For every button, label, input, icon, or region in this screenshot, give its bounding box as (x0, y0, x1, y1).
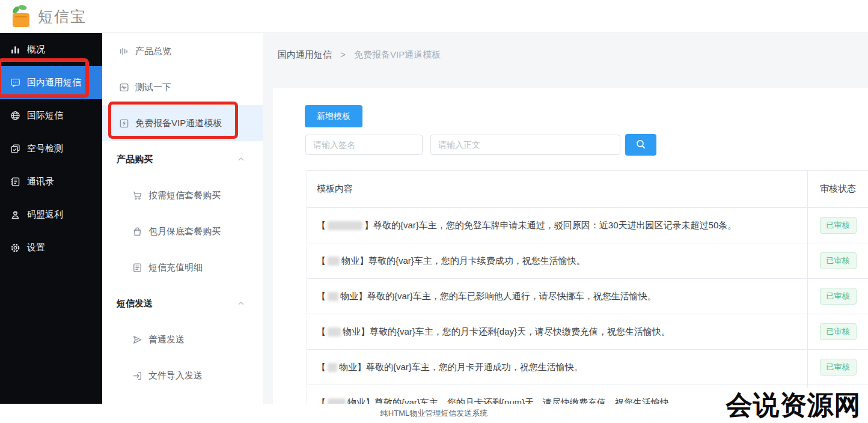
redacted-signature (328, 257, 340, 266)
sidebar-item-domestic-sms[interactable]: 国内通用短信 (0, 66, 102, 99)
status-cell: 已审核 (807, 279, 868, 314)
submenu-item-label: 免费报备VIP通道模板 (135, 118, 222, 129)
template-body-text: 尊敬的{var}车主，您的免登车牌申请未通过，驳回原因：近30天进出园区记录未超… (373, 220, 736, 231)
sidebar-item-label: 空号检测 (27, 143, 63, 154)
logo-basket-icon (11, 5, 32, 28)
vip-template-icon (119, 118, 129, 129)
column-header-audit-status: 审核状态 (807, 171, 868, 207)
secondary-sidebar: 产品总览测试一下免费报备VIP通道模板产品购买按需短信套餐购买包月保底套餐购买短… (102, 33, 263, 404)
recharge-list-icon (132, 263, 142, 273)
submenu-section-sms-send[interactable]: 短信发送 (102, 285, 263, 321)
template-body-text: 尊敬的{var}车主，您的月卡开通成功，祝您生活愉快。 (366, 362, 583, 373)
template-card: 新增模板 模板内容 审核状态 【】尊敬的{var}车主，您的免登车牌申请未通过，… (273, 88, 868, 404)
site-watermark: 会说资源网 (719, 388, 868, 423)
sidebar-item-overview[interactable]: 概况 (0, 33, 102, 66)
gear-icon (10, 243, 20, 253)
table-row: 【】尊敬的{var}车主，您的免登车牌申请未通过，驳回原因：近30天进出园区记录… (307, 208, 868, 243)
app-logo[interactable]: 短信宝 (11, 5, 87, 28)
sign-tail: 物业】 (341, 255, 368, 267)
monthly-package-icon (132, 227, 142, 237)
submenu-item-label: 产品总览 (135, 46, 171, 57)
status-badge: 已审核 (820, 217, 857, 234)
submenu-item-try-it[interactable]: 测试一下 (102, 69, 263, 105)
template-content-cell: 【物业】尊敬的{var}车主，您的车已影响他人通行，请尽快挪车，祝您生活愉快。 (307, 279, 807, 314)
submenu-item-label: 测试一下 (135, 82, 171, 93)
sidebar-item-empty-number[interactable]: 空号检测 (0, 132, 102, 165)
submenu-section-label: 短信发送 (117, 298, 153, 309)
column-header-template-content: 模板内容 (307, 171, 807, 207)
overview-bars-icon (119, 46, 129, 56)
submenu-item-label: 短信充值明细 (148, 262, 203, 273)
main-content: 国内通用短信 > 免费报备VIP通道模板 新增模板 模板内容 审核状态 【】尊敬… (263, 33, 868, 404)
template-body-text: 尊敬的{var}车主，您的月卡还剩{num}天，请尽快缴费充值，祝您生活愉快 (374, 397, 669, 404)
breadcrumb: 国内通用短信 > 免费报备VIP通道模板 (278, 49, 441, 61)
add-template-button[interactable]: 新增模板 (305, 105, 362, 127)
body-search-input[interactable] (430, 135, 620, 155)
breadcrumb-current-page: 免费报备VIP通道模板 (354, 49, 441, 59)
sign-bracket-open: 【 (317, 397, 326, 404)
sign-search-input[interactable] (305, 135, 423, 155)
sidebar-item-label: 码盟返利 (27, 209, 63, 221)
sidebar-item-label: 国际短信 (27, 110, 63, 121)
chevron-up-icon (237, 300, 245, 307)
app-title: 短信宝 (38, 7, 87, 26)
status-badge: 已审核 (820, 288, 857, 305)
sidebar-item-intl-sms[interactable]: 国际短信 (0, 99, 102, 132)
template-table: 模板内容 审核状态 【】尊敬的{var}车主，您的免登车牌申请未通过，驳回原因：… (307, 170, 868, 404)
magnifier-icon (635, 139, 646, 151)
rebate-icon (10, 210, 20, 220)
sign-bracket-open: 【 (317, 362, 326, 373)
redacted-signature (328, 398, 346, 404)
import-icon (132, 371, 142, 381)
template-content-cell: 【物业】尊敬的{var}车主，您的月卡开通成功，祝您生活愉快。 (307, 350, 807, 385)
sidebar-item-settings[interactable]: 设置 (0, 231, 102, 264)
globe-icon (10, 111, 20, 121)
template-body-text: 尊敬的{var}车主，您的月卡还剩{day}天，请尽快缴费充值，祝您生活愉快。 (370, 326, 670, 338)
sidebar-item-contacts[interactable]: 通讯录 (0, 165, 102, 198)
breadcrumb-domestic-sms[interactable]: 国内通用短信 (278, 49, 332, 59)
submenu-item-label: 按需短信套餐购买 (148, 190, 221, 201)
submenu-item-vip-template[interactable]: 免费报备VIP通道模板 (102, 105, 263, 141)
submenu-item-monthly-package[interactable]: 包月保底套餐购买 (102, 213, 263, 249)
submenu-item-recharge-detail[interactable]: 短信充值明细 (102, 249, 263, 285)
submenu-section-label: 产品购买 (117, 154, 153, 165)
submenu-item-file-import-send[interactable]: 文件导入发送 (102, 358, 263, 394)
sign-tail: 物业】 (343, 326, 370, 338)
send-icon (132, 335, 142, 345)
bar-chart-icon (10, 44, 20, 55)
status-cell: 已审核 (807, 350, 868, 385)
top-bar: 短信宝 (0, 0, 868, 33)
table-header-row: 模板内容 审核状态 (307, 171, 868, 208)
breadcrumb-separator: > (340, 49, 346, 59)
sign-tail: 物业】 (339, 362, 366, 373)
template-content-cell: 【物业】尊敬的{var}车主，您的月卡还剩{day}天，请尽快缴费充值，祝您生活… (307, 314, 807, 349)
template-content-cell: 【】尊敬的{var}车主，您的免登车牌申请未通过，驳回原因：近30天进出园区记录… (307, 208, 807, 243)
sidebar-item-label: 国内通用短信 (27, 77, 81, 88)
cart-icon (132, 190, 142, 201)
table-row: 【物业】尊敬的{var}车主，您的月卡开通成功，祝您生活愉快。已审核 (307, 350, 868, 385)
sign-bracket-open: 【 (317, 255, 326, 267)
template-content-cell: 【物业】尊敬的{var}车主，您的月卡续费成功，祝您生活愉快。 (307, 243, 807, 278)
sign-tail: 】 (364, 220, 373, 231)
sidebar-item-rebate[interactable]: 码盟返利 (0, 198, 102, 231)
redacted-signature (328, 221, 362, 230)
submenu-section-product-purchase[interactable]: 产品购买 (102, 141, 263, 177)
redacted-signature (328, 327, 341, 336)
submenu-item-product-overview[interactable]: 产品总览 (102, 33, 263, 69)
search-button[interactable] (625, 134, 656, 156)
template-body-text: 尊敬的{var}车主，您的车已影响他人通行，请尽快挪车，祝您生活愉快。 (367, 291, 656, 302)
status-badge: 已审核 (820, 323, 857, 340)
redacted-signature (328, 363, 337, 372)
status-cell: 已审核 (807, 314, 868, 349)
sign-tail: 物业】 (340, 291, 367, 302)
status-cell: 已审核 (807, 208, 868, 243)
test-icon (119, 82, 129, 93)
status-badge: 已审核 (820, 252, 857, 269)
submenu-item-ondemand-package[interactable]: 按需短信套餐购买 (102, 177, 263, 213)
submenu-item-normal-send[interactable]: 普通发送 (102, 321, 263, 358)
chevron-up-icon (237, 156, 245, 163)
template-body-text: 尊敬的{var}车主，您的月卡续费成功，祝您生活愉快。 (368, 255, 585, 267)
sidebar-item-label: 设置 (27, 242, 45, 254)
chat-icon (10, 78, 20, 88)
table-row: 【物业】尊敬的{var}车主，您的车已影响他人通行，请尽快挪车，祝您生活愉快。已… (307, 279, 868, 314)
